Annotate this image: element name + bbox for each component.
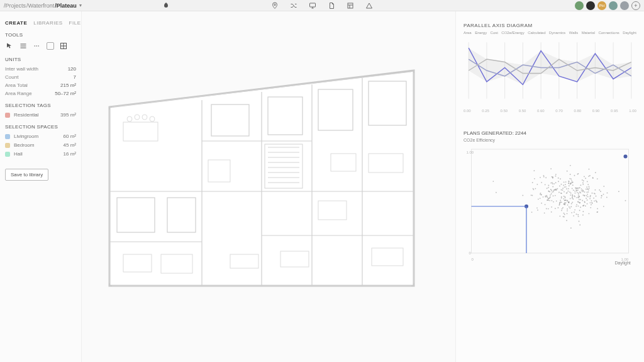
svg-point-275 [553,201,554,203]
unit-count[interactable]: Count7 [5,74,76,80]
svg-point-195 [559,215,560,217]
svg-point-266 [562,208,563,210]
user-avatars: PH + [575,1,640,10]
svg-point-310 [574,195,575,196]
svg-point-216 [540,198,541,199]
svg-point-154 [540,177,541,178]
app-logo-icon[interactable] [162,2,170,9]
svg-point-272 [560,193,562,194]
svg-point-138 [551,190,552,191]
avatar[interactable] [586,1,595,10]
svg-point-363 [546,208,547,210]
avatar[interactable] [620,1,629,10]
avatar[interactable]: PH [597,1,606,10]
breadcrumb-plateau[interactable]: /Plateau [55,3,77,9]
svg-point-312 [579,196,580,197]
svg-point-338 [540,193,541,195]
svg-point-326 [585,178,586,179]
parallel-axis-chart[interactable] [464,36,636,105]
unit-inner-wall[interactable]: Inter wall width120 [5,66,76,72]
rect-tool-icon[interactable] [47,42,54,50]
svg-point-147 [576,204,577,205]
svg-point-199 [541,182,542,183]
svg-point-102 [596,200,597,201]
svg-point-181 [571,180,572,181]
tag-residential[interactable]: Residential 395 m² [5,112,76,118]
svg-point-77 [573,215,574,217]
svg-point-337 [561,196,562,198]
svg-point-242 [592,177,594,178]
space-bedroom[interactable]: Bedroom 45 m² [5,142,76,148]
svg-point-318 [568,201,569,203]
pin-icon[interactable] [271,2,279,9]
svg-point-379 [624,155,628,159]
breadcrumb[interactable]: /Projects /Waterfront /Plateau ▾ [4,3,82,9]
monitor-icon[interactable] [309,2,316,9]
space-hall[interactable]: Hall 16 m² [5,151,76,157]
tab-libraries[interactable]: LIBRARIES [33,20,62,26]
dash-tool-icon[interactable] [33,42,42,50]
svg-point-246 [579,210,580,211]
tab-create[interactable]: CREATE [5,20,27,26]
svg-point-369 [584,176,585,178]
svg-point-104 [552,191,553,193]
chevron-down-icon[interactable]: ▾ [79,3,82,8]
grid-tool-icon[interactable] [59,42,68,50]
svg-rect-2 [348,3,353,8]
svg-text:0: 0 [472,257,474,261]
svg-point-375 [587,181,588,182]
svg-point-340 [559,203,560,205]
space-livingroom[interactable]: Livingroom 60 m² [5,133,76,139]
unit-area-total[interactable]: Area Total215 m² [5,82,76,88]
avatar[interactable] [609,1,618,10]
svg-point-268 [570,198,571,199]
layout-icon[interactable] [347,2,354,9]
triangle-icon[interactable] [365,2,373,9]
svg-point-131 [550,183,552,184]
svg-point-59 [570,174,571,175]
svg-point-286 [603,194,604,195]
add-user-button[interactable]: + [631,1,640,10]
svg-point-128 [567,208,568,210]
svg-text:1.00: 1.00 [467,150,474,154]
plans-generated-title: PLANS GENERATED: 2244 [464,130,636,136]
svg-point-255 [572,182,573,183]
floorplan-drawing[interactable] [104,65,419,298]
top-toolbar [271,0,373,11]
svg-point-330 [589,175,591,176]
color-swatch-icon [5,113,10,118]
svg-point-351 [595,189,596,191]
svg-point-244 [552,176,553,178]
lines-tool-icon[interactable] [19,42,28,50]
svg-point-283 [564,213,565,214]
page-icon[interactable] [328,2,335,9]
svg-point-133 [603,186,604,187]
svg-point-74 [601,197,602,198]
svg-point-93 [577,189,579,191]
svg-point-179 [578,195,579,196]
tab-file[interactable]: FILE [69,20,81,26]
cursor-tool-icon[interactable] [5,42,14,50]
svg-point-177 [592,193,593,194]
svg-point-298 [567,192,568,193]
svg-point-247 [547,196,548,198]
save-to-library-button[interactable]: Save to library [5,169,48,181]
breadcrumb-waterfront[interactable]: /Waterfront [26,3,54,9]
svg-point-98 [587,194,588,195]
unit-area-range[interactable]: Area Range50–72 m² [5,91,76,96]
scatter-chart[interactable]: 0 1.00 0 1.00 Daylight [464,146,636,266]
svg-point-140 [553,195,554,196]
floorplan-canvas[interactable] [82,11,455,362]
svg-point-329 [575,188,576,189]
shuffle-icon[interactable] [290,2,297,9]
svg-point-89 [546,195,547,196]
svg-point-76 [559,185,560,186]
svg-point-180 [565,184,566,185]
svg-point-185 [591,200,592,201]
svg-point-347 [565,203,566,205]
svg-point-229 [584,201,586,202]
avatar[interactable] [575,1,584,10]
breadcrumb-projects[interactable]: /Projects [4,3,26,9]
svg-point-265 [579,224,580,225]
svg-point-139 [597,208,598,209]
